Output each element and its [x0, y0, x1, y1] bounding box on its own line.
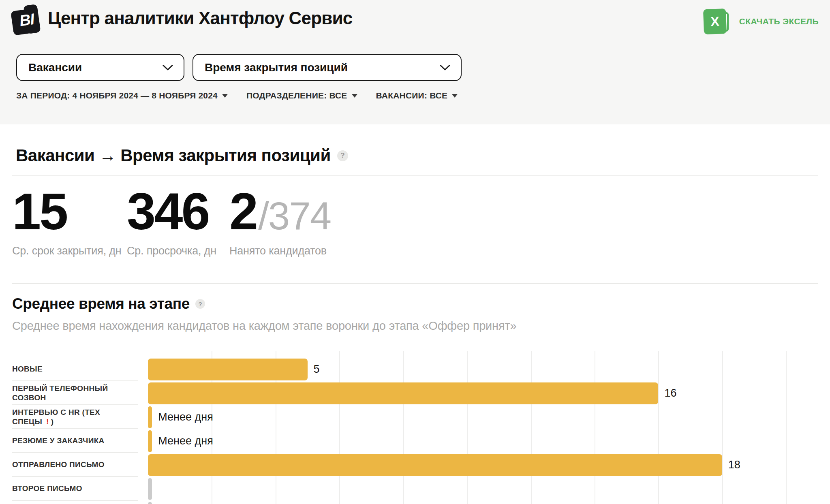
kpi-value: 2: [229, 186, 257, 237]
bar: [148, 478, 152, 500]
filter-vacancies[interactable]: ВАКАНСИИ: ВСЕ: [376, 91, 458, 100]
kpi-value-total: /374: [258, 196, 331, 235]
caret-down-icon: [352, 94, 357, 98]
bar-area: 5: [148, 357, 818, 381]
chart-row: РЕЗЮМЕ У ЗАКАЗЧИКАМенее дня: [12, 429, 818, 453]
kpi-label: Нанято кандидатов: [229, 245, 331, 257]
bi-logo[interactable]: BI: [11, 2, 41, 38]
stage-time-chart: НОВЫЕ5ПЕРВЫЙ ТЕЛЕФОННЫЙ СОЗВОН16ИНТЕРВЬЮ…: [12, 351, 818, 504]
chart-section-subtitle: Среднее время нахождения кандидатов на к…: [12, 319, 516, 333]
chart-section-title: Среднее время на этапе ?: [12, 295, 205, 312]
bar-area: 18: [148, 453, 818, 477]
bar: [148, 430, 152, 452]
selector-row: Вакансии Время закрытия позиций: [16, 54, 462, 81]
kpi-label: Ср. срок закрытия, дн: [12, 245, 127, 257]
stage-label-cell: НОВЫЕ: [12, 357, 138, 381]
kpi-avg-closing-time: 15 Ср. срок закрытия, дн: [12, 186, 127, 257]
analytics-dashboard: BI Центр аналитики Хантфлоу Сервис X СКА…: [0, 0, 830, 504]
stage-label: ОТПРАВЛЕНО ПИСЬМО: [12, 460, 105, 470]
caret-down-icon: [452, 94, 458, 98]
download-excel-button[interactable]: X СКАЧАТЬ ЭКСЕЛЬ: [700, 9, 819, 34]
kpi-value: 346: [127, 186, 209, 237]
divider: [12, 283, 818, 284]
bar-value-label: 5: [314, 363, 320, 376]
bar-value-label: 18: [728, 459, 740, 471]
stage-label: ВТОРОЕ ПИСЬМО: [12, 484, 82, 493]
stage-label-cell: ПЕРВЫЙ ТЕЛЕФОННЫЙ СОЗВОН: [12, 381, 138, 405]
kpi-hired-candidates: 2 /374 Нанято кандидатов: [229, 186, 331, 257]
stage-label: РЕЗЮМЕ У ЗАКАЗЧИКА: [12, 436, 105, 446]
chart-row-clipped: [12, 501, 818, 504]
report-title: Вакансии → Время закрытия позиций ?: [16, 146, 348, 165]
divider: [12, 175, 818, 176]
report-type-select[interactable]: Вакансии: [16, 54, 184, 81]
help-icon[interactable]: ?: [195, 299, 205, 309]
bar-value-label: Менее дня: [158, 435, 213, 447]
stage-label-cell: ИНТЕРВЬЮ С HR (ТЕХ СПЕЦЫ!): [12, 405, 138, 429]
bar-area: [148, 477, 818, 501]
chart-row: ПЕРВЫЙ ТЕЛЕФОННЫЙ СОЗВОН16: [12, 381, 818, 405]
stage-label-cell: ОТПРАВЛЕНО ПИСЬМО: [12, 453, 138, 477]
bar: [148, 502, 152, 504]
bi-logo-text: BI: [15, 10, 38, 30]
help-icon[interactable]: ?: [337, 150, 348, 161]
chevron-down-icon: [440, 64, 450, 71]
chart-row: ОТПРАВЛЕНО ПИСЬМО18: [12, 453, 818, 477]
bar-area: Менее дня: [148, 405, 818, 429]
kpi-row: 15 Ср. срок закрытия, дн 346 Ср. просроч…: [12, 186, 331, 257]
app-title: Центр аналитики Хантфлоу Сервис: [48, 8, 352, 28]
filter-period[interactable]: ЗА ПЕРИОД: 4 НОЯБРЯ 2024 — 8 НОЯБРЯ 2024: [16, 91, 228, 100]
stage-label: ИНТЕРВЬЮ С HR (ТЕХ СПЕЦЫ!): [12, 408, 138, 427]
bar-value-label: Менее дня: [158, 411, 213, 423]
metric-select[interactable]: Время закрытия позиций: [193, 54, 462, 81]
excel-icon: X: [700, 9, 733, 34]
metric-value: Время закрытия позиций: [205, 61, 348, 74]
bar: [148, 359, 308, 380]
caret-down-icon: [222, 94, 228, 98]
filter-division[interactable]: ПОДРАЗДЕЛЕНИЕ: ВСЕ: [246, 91, 357, 100]
report-type-value: Вакансии: [28, 61, 82, 74]
chevron-down-icon: [163, 64, 173, 71]
chart-row: НОВЫЕ5: [12, 357, 818, 381]
excel-x-shape: X: [703, 9, 727, 34]
stage-label: ПЕРВЫЙ ТЕЛЕФОННЫЙ СОЗВОН: [12, 384, 138, 403]
chart-row: ВТОРОЕ ПИСЬМО: [12, 477, 818, 501]
filter-row: ЗА ПЕРИОД: 4 НОЯБРЯ 2024 — 8 НОЯБРЯ 2024…: [16, 91, 458, 100]
bar-value-label: 16: [664, 387, 676, 399]
bar: [148, 406, 152, 428]
stage-label-cell: ВТОРОЕ ПИСЬМО: [12, 477, 138, 501]
header: BI Центр аналитики Хантфлоу Сервис X СКА…: [0, 0, 830, 124]
stage-label: НОВЫЕ: [12, 365, 43, 374]
alert-exclamation-icon: !: [46, 417, 49, 426]
bar-area: Менее дня: [148, 429, 818, 453]
kpi-avg-overdue: 346 Ср. просрочка, дн: [127, 186, 229, 257]
bar-area: 16: [148, 381, 818, 405]
download-excel-label: СКАЧАТЬ ЭКСЕЛЬ: [739, 17, 819, 26]
bar: [148, 454, 722, 476]
bar-area: [148, 501, 818, 504]
bar: [148, 382, 658, 404]
kpi-label: Ср. просрочка, дн: [127, 245, 229, 257]
stage-label-cell: РЕЗЮМЕ У ЗАКАЗЧИКА: [12, 429, 138, 453]
chart-row: ИНТЕРВЬЮ С HR (ТЕХ СПЕЦЫ!)Менее дня: [12, 405, 818, 429]
kpi-value: 15: [12, 186, 66, 237]
